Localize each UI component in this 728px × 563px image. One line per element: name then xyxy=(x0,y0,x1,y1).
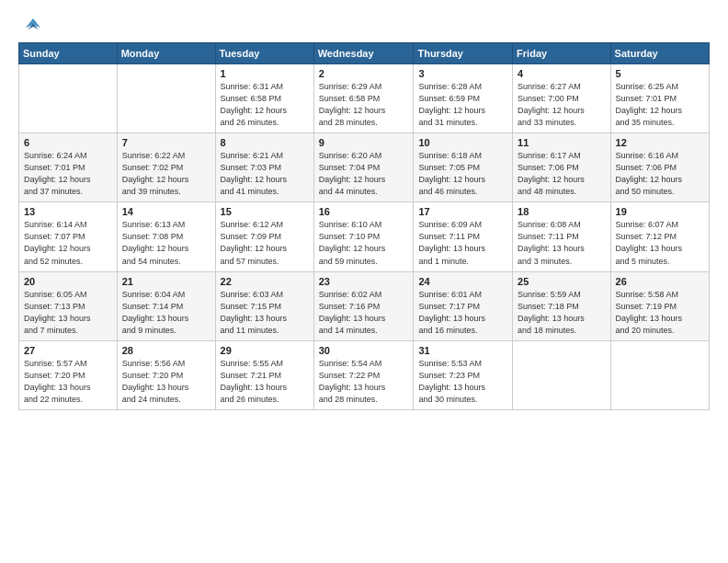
table-row: 14Sunrise: 6:13 AM Sunset: 7:08 PM Dayli… xyxy=(117,202,215,271)
day-info: Sunrise: 6:22 AM Sunset: 7:02 PM Dayligh… xyxy=(122,150,210,198)
day-info: Sunrise: 6:08 AM Sunset: 7:11 PM Dayligh… xyxy=(518,219,605,267)
day-number: 5 xyxy=(616,68,704,79)
table-row: 28Sunrise: 5:56 AM Sunset: 7:20 PM Dayli… xyxy=(117,340,215,409)
calendar-week-row: 13Sunrise: 6:14 AM Sunset: 7:07 PM Dayli… xyxy=(19,202,710,271)
day-info: Sunrise: 5:58 AM Sunset: 7:19 PM Dayligh… xyxy=(616,289,704,337)
table-row: 23Sunrise: 6:02 AM Sunset: 7:16 PM Dayli… xyxy=(313,271,414,340)
table-row: 13Sunrise: 6:14 AM Sunset: 7:07 PM Dayli… xyxy=(19,202,118,271)
day-info: Sunrise: 6:07 AM Sunset: 7:12 PM Dayligh… xyxy=(616,219,704,267)
table-row xyxy=(610,340,709,409)
day-number: 2 xyxy=(319,68,409,79)
day-number: 26 xyxy=(616,276,704,287)
col-sunday: Sunday xyxy=(19,43,118,64)
page: Sunday Monday Tuesday Wednesday Thursday… xyxy=(0,0,728,419)
table-row: 27Sunrise: 5:57 AM Sunset: 7:20 PM Dayli… xyxy=(19,340,118,409)
day-info: Sunrise: 6:20 AM Sunset: 7:04 PM Dayligh… xyxy=(319,150,409,198)
day-number: 18 xyxy=(518,206,605,217)
col-saturday: Saturday xyxy=(610,43,709,64)
logo-bird-icon xyxy=(20,15,46,40)
calendar-week-row: 1Sunrise: 6:31 AM Sunset: 6:58 PM Daylig… xyxy=(19,64,710,133)
day-info: Sunrise: 6:12 AM Sunset: 7:09 PM Dayligh… xyxy=(221,219,309,267)
day-number: 23 xyxy=(319,276,409,287)
day-number: 28 xyxy=(122,345,210,356)
table-row: 6Sunrise: 6:24 AM Sunset: 7:01 PM Daylig… xyxy=(19,133,118,202)
table-row: 31Sunrise: 5:53 AM Sunset: 7:23 PM Dayli… xyxy=(414,340,513,409)
table-row: 20Sunrise: 6:05 AM Sunset: 7:13 PM Dayli… xyxy=(19,271,118,340)
day-number: 19 xyxy=(616,206,704,217)
table-row: 4Sunrise: 6:27 AM Sunset: 7:00 PM Daylig… xyxy=(513,64,610,133)
day-info: Sunrise: 6:17 AM Sunset: 7:06 PM Dayligh… xyxy=(518,150,605,198)
table-row xyxy=(19,64,118,133)
day-number: 11 xyxy=(518,137,605,148)
day-info: Sunrise: 6:10 AM Sunset: 7:10 PM Dayligh… xyxy=(319,219,409,267)
day-info: Sunrise: 6:16 AM Sunset: 7:06 PM Dayligh… xyxy=(616,150,704,198)
col-thursday: Thursday xyxy=(414,43,513,64)
table-row: 12Sunrise: 6:16 AM Sunset: 7:06 PM Dayli… xyxy=(610,133,709,202)
day-number: 4 xyxy=(518,68,605,79)
table-row: 29Sunrise: 5:55 AM Sunset: 7:21 PM Dayli… xyxy=(215,340,313,409)
table-row: 30Sunrise: 5:54 AM Sunset: 7:22 PM Dayli… xyxy=(313,340,414,409)
table-row: 18Sunrise: 6:08 AM Sunset: 7:11 PM Dayli… xyxy=(513,202,610,271)
day-info: Sunrise: 6:31 AM Sunset: 6:58 PM Dayligh… xyxy=(221,81,309,129)
logo xyxy=(18,15,46,33)
day-number: 6 xyxy=(24,137,112,148)
day-info: Sunrise: 5:59 AM Sunset: 7:18 PM Dayligh… xyxy=(518,289,605,337)
table-row: 21Sunrise: 6:04 AM Sunset: 7:14 PM Dayli… xyxy=(117,271,215,340)
day-info: Sunrise: 6:18 AM Sunset: 7:05 PM Dayligh… xyxy=(418,150,507,198)
table-row xyxy=(117,64,215,133)
calendar-week-row: 27Sunrise: 5:57 AM Sunset: 7:20 PM Dayli… xyxy=(19,340,710,409)
day-info: Sunrise: 5:56 AM Sunset: 7:20 PM Dayligh… xyxy=(122,358,210,406)
table-row: 24Sunrise: 6:01 AM Sunset: 7:17 PM Dayli… xyxy=(414,271,513,340)
calendar-header-row: Sunday Monday Tuesday Wednesday Thursday… xyxy=(19,43,710,64)
day-info: Sunrise: 6:05 AM Sunset: 7:13 PM Dayligh… xyxy=(24,289,112,337)
table-row: 7Sunrise: 6:22 AM Sunset: 7:02 PM Daylig… xyxy=(117,133,215,202)
day-number: 12 xyxy=(616,137,704,148)
day-number: 22 xyxy=(221,276,309,287)
table-row: 1Sunrise: 6:31 AM Sunset: 6:58 PM Daylig… xyxy=(215,64,313,133)
table-row: 16Sunrise: 6:10 AM Sunset: 7:10 PM Dayli… xyxy=(313,202,414,271)
day-number: 24 xyxy=(418,276,507,287)
calendar-week-row: 20Sunrise: 6:05 AM Sunset: 7:13 PM Dayli… xyxy=(19,271,710,340)
table-row: 5Sunrise: 6:25 AM Sunset: 7:01 PM Daylig… xyxy=(610,64,709,133)
day-number: 17 xyxy=(418,206,507,217)
day-number: 1 xyxy=(221,68,309,79)
day-number: 8 xyxy=(221,137,309,148)
day-info: Sunrise: 6:29 AM Sunset: 6:58 PM Dayligh… xyxy=(319,81,409,129)
day-info: Sunrise: 6:03 AM Sunset: 7:15 PM Dayligh… xyxy=(221,289,309,337)
table-row: 17Sunrise: 6:09 AM Sunset: 7:11 PM Dayli… xyxy=(414,202,513,271)
table-row: 2Sunrise: 6:29 AM Sunset: 6:58 PM Daylig… xyxy=(313,64,414,133)
day-info: Sunrise: 6:09 AM Sunset: 7:11 PM Dayligh… xyxy=(418,219,507,267)
day-number: 31 xyxy=(418,345,507,356)
table-row: 8Sunrise: 6:21 AM Sunset: 7:03 PM Daylig… xyxy=(215,133,313,202)
day-number: 20 xyxy=(24,276,112,287)
day-info: Sunrise: 6:04 AM Sunset: 7:14 PM Dayligh… xyxy=(122,289,210,337)
day-number: 29 xyxy=(221,345,309,356)
day-number: 14 xyxy=(122,206,210,217)
table-row: 22Sunrise: 6:03 AM Sunset: 7:15 PM Dayli… xyxy=(215,271,313,340)
day-info: Sunrise: 5:55 AM Sunset: 7:21 PM Dayligh… xyxy=(221,358,309,406)
day-info: Sunrise: 6:24 AM Sunset: 7:01 PM Dayligh… xyxy=(24,150,112,198)
col-wednesday: Wednesday xyxy=(313,43,414,64)
table-row: 9Sunrise: 6:20 AM Sunset: 7:04 PM Daylig… xyxy=(313,133,414,202)
day-number: 27 xyxy=(24,345,112,356)
col-friday: Friday xyxy=(513,43,610,64)
day-info: Sunrise: 6:21 AM Sunset: 7:03 PM Dayligh… xyxy=(221,150,309,198)
day-info: Sunrise: 5:57 AM Sunset: 7:20 PM Dayligh… xyxy=(24,358,112,406)
day-number: 25 xyxy=(518,276,605,287)
calendar-week-row: 6Sunrise: 6:24 AM Sunset: 7:01 PM Daylig… xyxy=(19,133,710,202)
day-info: Sunrise: 6:28 AM Sunset: 6:59 PM Dayligh… xyxy=(418,81,507,129)
day-number: 13 xyxy=(24,206,112,217)
day-info: Sunrise: 6:13 AM Sunset: 7:08 PM Dayligh… xyxy=(122,219,210,267)
day-number: 9 xyxy=(319,137,409,148)
day-info: Sunrise: 5:53 AM Sunset: 7:23 PM Dayligh… xyxy=(418,358,507,406)
table-row: 15Sunrise: 6:12 AM Sunset: 7:09 PM Dayli… xyxy=(215,202,313,271)
day-number: 10 xyxy=(418,137,507,148)
day-info: Sunrise: 6:02 AM Sunset: 7:16 PM Dayligh… xyxy=(319,289,409,337)
table-row: 3Sunrise: 6:28 AM Sunset: 6:59 PM Daylig… xyxy=(414,64,513,133)
table-row: 10Sunrise: 6:18 AM Sunset: 7:05 PM Dayli… xyxy=(414,133,513,202)
day-number: 16 xyxy=(319,206,409,217)
calendar: Sunday Monday Tuesday Wednesday Thursday… xyxy=(18,42,710,410)
table-row xyxy=(513,340,610,409)
col-monday: Monday xyxy=(117,43,215,64)
table-row: 26Sunrise: 5:58 AM Sunset: 7:19 PM Dayli… xyxy=(610,271,709,340)
